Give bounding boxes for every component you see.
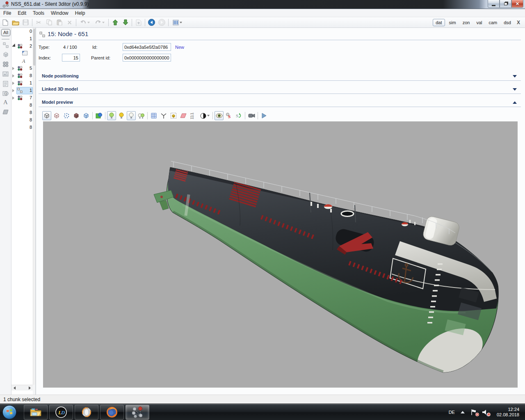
taskbar-silent-3ditor[interactable] [126,405,149,420]
taskbar-explorer[interactable] [24,405,48,420]
save-icon[interactable] [21,18,30,27]
tree-row[interactable]: 8 [11,72,33,80]
chevron-down-icon[interactable] [513,88,517,91]
collapse-icon[interactable] [12,96,14,100]
menu-window[interactable]: Window [48,10,72,16]
start-button[interactable] [2,405,16,419]
model-viewport[interactable] [43,121,518,388]
tree-row[interactable]: 8 [11,124,33,131]
forward-icon[interactable] [157,18,167,27]
tab-dat[interactable]: dat [433,19,445,26]
contrast-icon[interactable] [199,111,211,120]
chevron-down-icon[interactable] [513,75,517,78]
tree-row[interactable]: 2 [11,43,33,50]
tree-horizontal-scrollbar[interactable] [11,385,33,390]
delete-icon[interactable]: ✕ [65,18,74,27]
grid-toggle-icon[interactable] [149,111,158,120]
filter-all-button[interactable]: All [1,29,10,36]
shadow-refresh-icon[interactable]: S [234,111,243,120]
tree-row[interactable]: 1 [11,35,33,43]
menu-help[interactable]: Help [72,10,89,16]
export-icon[interactable] [134,18,143,27]
eye-visibility-icon[interactable] [215,111,224,120]
tab-cam[interactable]: cam [486,19,500,26]
node-filter-icon[interactable] [2,41,9,48]
new-id-link[interactable]: New [175,45,184,50]
tab-sim[interactable]: sim [447,19,459,26]
taskbar-ld-tool[interactable]: LD [49,405,73,420]
light-pair-icon[interactable] [137,111,146,120]
background-color-icon[interactable] [94,111,103,120]
menu-file[interactable]: File [0,10,14,16]
chevron-up-icon[interactable] [513,101,517,104]
collapse-icon[interactable] [12,67,14,70]
index-field[interactable] [62,54,80,62]
light-white-icon[interactable] [127,111,136,120]
open-file-icon[interactable] [11,18,20,27]
tree-row[interactable]: 5 [11,65,33,72]
tree-row[interactable]: 7 [11,94,33,102]
scroll-right-icon[interactable] [29,386,31,390]
show-hidden-icons[interactable] [461,411,465,413]
shape-filter-icon[interactable] [2,108,9,115]
light-yellow-icon[interactable] [117,111,126,120]
clip-plane-icon[interactable] [179,111,188,120]
reset-origin-icon[interactable]: x=0y=0z=0 [189,111,198,120]
undo-icon[interactable] [78,18,92,27]
tab-dsd[interactable]: dsd [501,19,514,26]
textured-view-icon[interactable] [82,111,91,120]
tree-row[interactable]: 8 [11,109,33,116]
taskbar-firefox[interactable] [100,405,124,420]
model-filter-icon[interactable] [2,51,9,58]
columns-view-icon[interactable] [170,18,184,27]
new-file-icon[interactable] [0,18,10,27]
scroll-left-icon[interactable] [14,386,16,390]
text-filter-icon[interactable] [2,80,9,87]
wireframe-view-icon[interactable] [52,111,61,120]
language-indicator[interactable]: DE [449,410,455,415]
flat-view-icon[interactable] [72,111,81,120]
tree-row[interactable]: 8 [11,102,33,109]
points-view-icon[interactable] [62,111,71,120]
menu-edit[interactable]: Edit [14,10,30,16]
paste-icon[interactable] [55,18,64,27]
back-icon[interactable] [147,18,156,27]
redo-icon[interactable] [93,18,107,27]
collapse-icon[interactable] [12,82,14,85]
section-model-preview[interactable]: Model preview [42,100,73,105]
axes-toggle-icon[interactable] [159,111,168,120]
tree-row[interactable] [11,50,33,57]
clock[interactable]: 12:24 02.08.2018 [497,407,519,418]
minimize-button[interactable] [488,0,500,8]
tab-val[interactable]: val [474,19,484,26]
tabs-close-icon[interactable]: X [514,20,523,25]
collapse-icon[interactable] [12,89,14,92]
play-animation-icon[interactable] [260,111,269,120]
close-button[interactable]: ✕ [511,0,523,8]
move-up-icon[interactable] [110,18,120,27]
tree-row-selected[interactable]: 1 [11,87,33,94]
parent-id-field[interactable] [123,54,171,62]
menu-tools[interactable]: Tools [30,10,48,16]
chunk-filter-icon[interactable] [2,61,9,68]
light-green-icon[interactable] [107,111,116,120]
action-center-flag-icon[interactable]: ✕ [470,409,478,415]
info-filter-icon[interactable]: i [2,90,9,97]
camera-icon[interactable] [247,111,256,120]
label-filter-icon[interactable]: A [2,99,9,106]
solid-view-icon[interactable] [42,111,51,120]
shadow-red-icon[interactable]: S [224,111,233,120]
tree-row[interactable]: A [11,57,33,65]
section-node-positioning[interactable]: Node positioning [42,73,79,78]
image-filter-icon[interactable] [2,71,9,78]
restore-button[interactable] [500,0,511,8]
move-down-icon[interactable] [121,18,130,27]
expand-icon[interactable] [12,43,16,48]
cut-icon[interactable]: ✂ [34,18,43,27]
taskbar-3d-viewer[interactable] [75,405,98,420]
tree-row[interactable]: 8 [11,116,33,124]
bounding-box-icon[interactable] [169,111,178,120]
id-field[interactable] [123,43,171,51]
tree-row[interactable]: 0 [11,28,33,35]
collapse-icon[interactable] [12,74,14,78]
